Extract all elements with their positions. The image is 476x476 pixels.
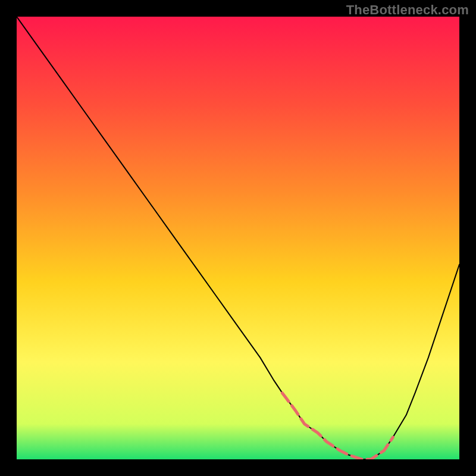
chart-svg xyxy=(17,17,459,459)
chart-container: TheBottleneck.com xyxy=(0,0,476,476)
watermark-text: TheBottleneck.com xyxy=(346,2,469,18)
heat-gradient-background xyxy=(17,17,459,459)
plot-area xyxy=(17,17,459,459)
